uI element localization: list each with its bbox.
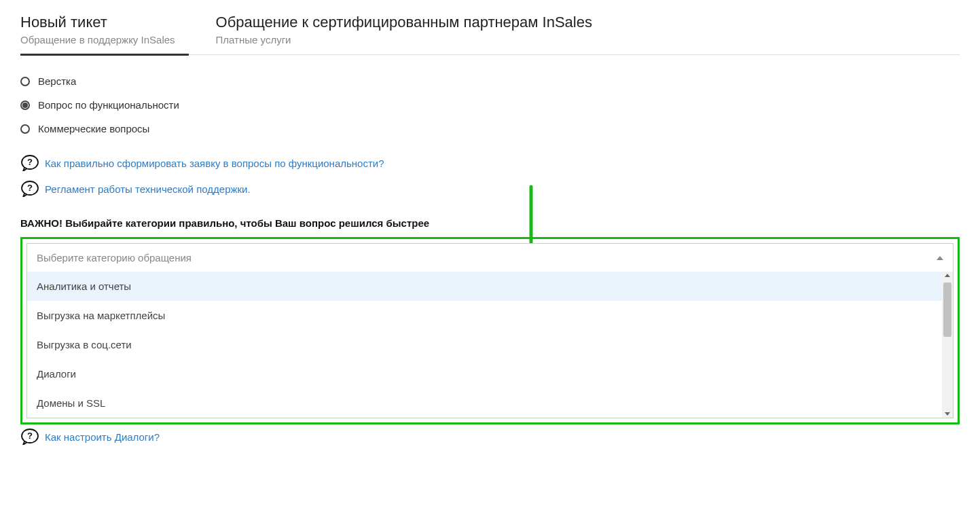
tab-title: Новый тикет (20, 14, 175, 31)
radio-icon (20, 77, 30, 86)
help-link-request-guide[interactable]: Как правильно сформировать заявку в вопр… (45, 158, 384, 169)
question-bubble-icon: ? (20, 155, 39, 171)
help-link-row: ? Как настроить Диалоги? (20, 429, 960, 445)
help-link-dialogs-setup[interactable]: Как настроить Диалоги? (45, 431, 160, 443)
tab-subtitle: Платные услуги (216, 34, 592, 46)
scroll-down-icon[interactable] (945, 412, 950, 416)
category-select[interactable]: Выберите категорию обращения Аналитика и… (26, 243, 954, 418)
tab-title: Обращение к сертифицированным партнерам … (216, 14, 592, 31)
help-link-row: ? Регламент работы технической поддержки… (20, 181, 960, 197)
svg-text:?: ? (27, 183, 33, 193)
help-links-block: ? Как правильно сформировать заявку в во… (20, 155, 960, 197)
option-analytics[interactable]: Аналитика и отчеты (27, 272, 953, 301)
help-link-row: ? Как правильно сформировать заявку в во… (20, 155, 960, 171)
scroll-thumb[interactable] (943, 283, 951, 337)
question-bubble-icon: ? (20, 181, 39, 197)
select-header[interactable]: Выберите категорию обращения (27, 244, 953, 272)
tab-bar: Новый тикет Обращение в поддержку InSale… (20, 14, 960, 55)
option-domains-ssl[interactable]: Домены и SSL (27, 388, 953, 418)
option-marketplaces[interactable]: Выгрузка на маркетплейсы (27, 301, 953, 330)
select-options-list: Аналитика и отчеты Выгрузка на маркетпле… (27, 272, 953, 418)
help-link-support-rules[interactable]: Регламент работы технической поддержки. (45, 183, 251, 195)
radio-label: Верстка (38, 75, 76, 87)
tab-subtitle: Обращение в поддержку InSales (20, 34, 175, 46)
select-placeholder: Выберите категорию обращения (37, 252, 192, 264)
radio-functionality[interactable]: Вопрос по функциональности (20, 99, 960, 111)
category-select-highlight: Выберите категорию обращения Аналитика и… (20, 237, 960, 424)
radio-label: Коммерческие вопросы (38, 123, 149, 134)
question-bubble-icon: ? (20, 429, 39, 445)
topic-radio-group: Верстка Вопрос по функциональности Комме… (20, 75, 960, 134)
option-social[interactable]: Выгрузка в соц.сети (27, 330, 953, 359)
radio-commercial[interactable]: Коммерческие вопросы (20, 123, 960, 134)
tab-partners[interactable]: Обращение к сертифицированным партнерам … (216, 14, 606, 54)
caret-up-icon (937, 256, 943, 260)
scrollbar[interactable] (942, 272, 953, 418)
radio-verstka[interactable]: Верстка (20, 75, 960, 87)
important-notice: ВАЖНО! Выбирайте категории правильно, чт… (20, 217, 960, 229)
radio-label: Вопрос по функциональности (38, 99, 179, 111)
scroll-up-icon[interactable] (945, 274, 950, 277)
radio-icon (20, 101, 30, 110)
radio-icon (20, 124, 30, 134)
svg-text:?: ? (27, 431, 33, 441)
svg-text:?: ? (27, 157, 33, 167)
tab-new-ticket[interactable]: Новый тикет Обращение в поддержку InSale… (20, 14, 189, 56)
option-dialogs[interactable]: Диалоги (27, 359, 953, 388)
